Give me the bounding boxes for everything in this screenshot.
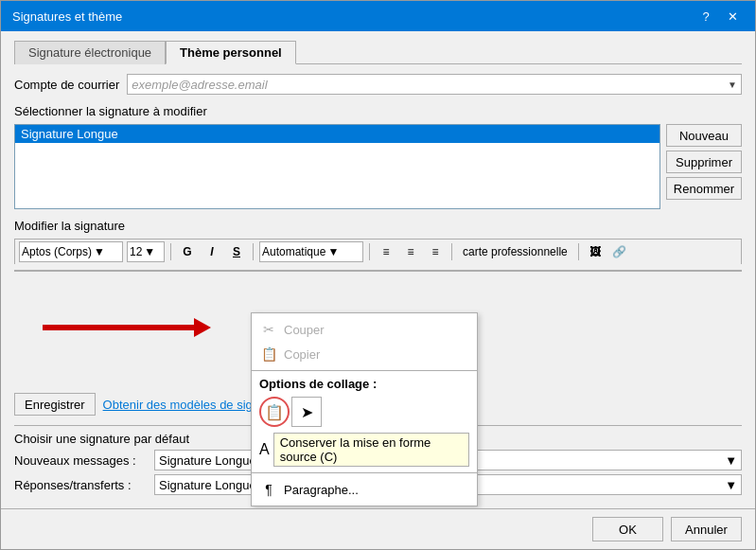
color-combo[interactable]: Automatique ▼: [259, 241, 363, 262]
delete-sig-button[interactable]: Supprimer: [666, 151, 742, 173]
paste-plain-button[interactable]: ➤: [291, 397, 322, 427]
paste-plain-icon: ➤: [301, 403, 313, 421]
keep-format-icon: A: [259, 441, 270, 458]
ctx-paragraph[interactable]: ¶ Paragraphe...: [252, 477, 477, 502]
ok-button[interactable]: OK: [592, 517, 663, 541]
copy-icon: 📋: [259, 345, 278, 364]
bold-button[interactable]: G: [177, 241, 198, 262]
font-combo[interactable]: Aptos (Corps) ▼: [19, 241, 123, 262]
toolbar-sep-3: [369, 243, 370, 260]
arrow-line: [43, 325, 194, 330]
compte-row: Compte de courrier exemple@adresse.email…: [14, 74, 742, 95]
compte-value: exemple@adresse.email: [132, 78, 267, 92]
ctx-sep-2: [252, 472, 477, 473]
compte-label: Compte de courrier: [14, 78, 119, 92]
tab-theme[interactable]: Thème personnel: [166, 41, 296, 64]
ctx-copy[interactable]: 📋 Copier: [252, 342, 477, 366]
new-messages-value: Signature Longue: [159, 453, 256, 468]
signature-list-area: Signature Longue Nouveau Supprimer Renom…: [14, 124, 742, 209]
sig-buttons: Nouveau Supprimer Renommer: [666, 124, 742, 209]
compte-combo-arrow: ▼: [728, 80, 737, 90]
toolbar-sep-4: [451, 243, 452, 260]
new-messages-label: Nouveaux messages :: [14, 453, 147, 468]
ctx-sep-1: [252, 370, 477, 371]
toolbar-sep-2: [253, 243, 254, 260]
dialog-content: Signature électronique Thème personnel C…: [1, 31, 755, 508]
dialog-title: Signatures et thème: [12, 9, 122, 24]
ok-cancel-row: OK Annuler: [1, 508, 755, 549]
dialog: Signatures et thème ? ✕ Signature électr…: [0, 0, 756, 550]
image-button[interactable]: 🖼: [585, 241, 606, 262]
replies-value: Signature Longue: [159, 478, 256, 492]
cancel-button[interactable]: Annuler: [671, 517, 742, 541]
editor-toolbar: Aptos (Corps) ▼ 12 ▼ G I S Automatique ▼…: [14, 239, 742, 264]
link-button[interactable]: 🔗: [609, 241, 630, 262]
toolbar-sep-1: [170, 243, 171, 260]
close-button[interactable]: ✕: [721, 7, 744, 26]
title-bar-controls: ? ✕: [694, 7, 744, 26]
select-sig-label: Sélectionner la signature à modifier: [14, 104, 742, 118]
align-center-button[interactable]: ≡: [400, 241, 421, 262]
rename-sig-button[interactable]: Renommer: [666, 177, 742, 200]
keep-format-text: Conserver la mise en forme source (C): [273, 433, 469, 467]
save-button[interactable]: Enregistrer: [14, 393, 96, 416]
new-sig-button[interactable]: Nouveau: [666, 124, 742, 147]
compte-combo[interactable]: exemple@adresse.email ▼: [127, 74, 742, 95]
editor-wrapper: ✂ Couper 📋 Copier Options de collage : 📋: [14, 270, 742, 385]
arrow-head: [194, 318, 211, 337]
paste-icons-row: 📋 ➤: [252, 393, 477, 431]
title-bar: Signatures et thème ? ✕: [1, 1, 755, 31]
card-button[interactable]: carte professionnelle: [458, 241, 572, 262]
paste-keep-format-button[interactable]: 📋: [259, 397, 290, 427]
align-right-button[interactable]: ≡: [425, 241, 446, 262]
cut-icon: ✂: [259, 320, 278, 339]
keep-format-row: A Conserver la mise en forme source (C): [252, 431, 477, 469]
red-arrow: [43, 318, 211, 337]
italic-button[interactable]: I: [202, 241, 222, 262]
paste-options-label: Options de collage :: [252, 375, 477, 393]
paste-keep-icon: 📋: [265, 403, 284, 421]
toolbar-sep-5: [578, 243, 579, 260]
context-menu: ✂ Couper 📋 Copier Options de collage : 📋: [251, 312, 478, 506]
tab-bar: Signature électronique Thème personnel: [14, 41, 742, 64]
red-arrow-container: [43, 318, 211, 337]
ctx-cut[interactable]: ✂ Couper: [252, 317, 477, 342]
replies-label: Réponses/transferts :: [14, 478, 147, 492]
editor-area[interactable]: [14, 270, 742, 272]
align-left-button[interactable]: ≡: [376, 241, 396, 262]
help-button[interactable]: ?: [694, 7, 717, 26]
paragraph-icon: ¶: [259, 480, 278, 499]
modify-label: Modifier la signature: [14, 219, 742, 233]
list-item[interactable]: Signature Longue: [15, 125, 659, 143]
tab-signature[interactable]: Signature électronique: [14, 41, 166, 64]
signature-list[interactable]: Signature Longue: [14, 124, 660, 209]
size-combo[interactable]: 12 ▼: [127, 241, 165, 262]
underline-button[interactable]: S: [226, 241, 247, 262]
